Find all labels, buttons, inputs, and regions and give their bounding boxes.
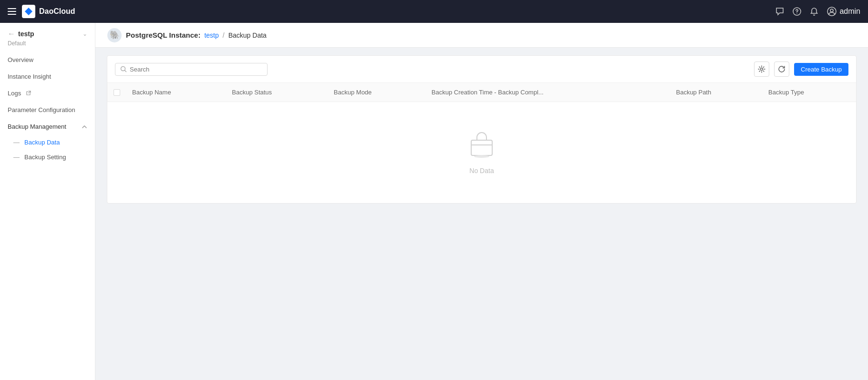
col-backup-name: Backup Name (126, 83, 226, 102)
user-menu[interactable]: admin (827, 7, 860, 16)
external-link-icon (26, 91, 31, 96)
sidebar-nav: Overview Instance Insight Logs Parameter… (0, 51, 95, 380)
col-backup-mode: Backup Mode (328, 83, 426, 102)
breadcrumb-instance-link[interactable]: testp (204, 31, 218, 39)
sidebar-backup-management-group[interactable]: Backup Management (0, 118, 95, 135)
sidebar-item-param-config[interactable]: Parameter Configuration (0, 102, 95, 118)
sidebar-item-backup-data-label: Backup Data (24, 139, 60, 146)
backup-group-label: Backup Management (8, 123, 66, 130)
sidebar-item-insight-label: Instance Insight (8, 73, 51, 80)
backup-data-card: Create Backup (107, 55, 857, 204)
brand-logo: DaoCloud (22, 5, 75, 18)
create-backup-button[interactable]: Create Backup (794, 63, 848, 76)
sidebar-header: ← testp ⌄ (0, 23, 95, 40)
hamburger-icon[interactable] (8, 7, 16, 16)
search-input[interactable] (130, 66, 262, 73)
topnav: DaoCloud ad (0, 0, 868, 23)
sidebar-item-backup-setting[interactable]: — Backup Setting (0, 150, 95, 164)
backup-table: Backup Name Backup Status Backup Mode Ba… (107, 83, 856, 203)
svg-rect-2 (8, 14, 16, 15)
sidebar-instance-sub: Default (0, 40, 95, 51)
no-data-container: No Data (107, 102, 856, 203)
sidebar: ← testp ⌄ Default Overview Instance Insi… (0, 23, 95, 380)
breadcrumb: 🐘 PostgreSQL Instance: testp / Backup Da… (95, 23, 868, 48)
sidebar-item-logs[interactable]: Logs (0, 85, 95, 102)
sidebar-item-backup-setting-label: Backup Setting (24, 154, 66, 161)
breadcrumb-service-label: PostgreSQL Instance: (126, 31, 200, 39)
select-all-checkbox[interactable] (114, 89, 120, 96)
toolbar: Create Backup (107, 56, 856, 83)
col-time-range: Backup Creation Time - Backup Compl... (426, 83, 671, 102)
breadcrumb-current-page: Backup Data (228, 31, 267, 39)
chat-icon[interactable] (775, 7, 784, 16)
search-box[interactable] (115, 63, 268, 76)
col-backup-type: Backup Type (763, 83, 856, 102)
svg-rect-1 (8, 11, 16, 12)
postgresql-icon: 🐘 (107, 28, 122, 43)
svg-point-7 (830, 9, 833, 12)
dash-icon: — (13, 139, 20, 146)
sidebar-item-overview-label: Overview (8, 56, 33, 63)
settings-icon-button[interactable] (754, 62, 769, 77)
svg-rect-12 (471, 140, 492, 155)
sidebar-item-instance-insight[interactable]: Instance Insight (0, 68, 95, 85)
brand-name: DaoCloud (39, 7, 75, 16)
svg-point-5 (797, 13, 798, 14)
toolbar-actions: Create Backup (754, 62, 848, 77)
main-content: 🐘 PostgreSQL Instance: testp / Backup Da… (95, 23, 868, 380)
col-backup-path: Backup Path (670, 83, 763, 102)
breadcrumb-separator: / (223, 31, 225, 39)
content-area: Create Backup (95, 48, 868, 380)
sidebar-item-backup-data[interactable]: — Backup Data (0, 135, 95, 150)
help-icon[interactable] (793, 7, 801, 16)
svg-rect-0 (8, 8, 16, 9)
svg-text:🐘: 🐘 (110, 30, 120, 40)
search-icon (120, 66, 127, 72)
sidebar-collapse-icon[interactable]: ⌄ (83, 31, 87, 37)
col-backup-status: Backup Status (226, 83, 328, 102)
sidebar-item-logs-label: Logs (8, 90, 21, 97)
svg-point-11 (761, 68, 763, 71)
chevron-up-icon (82, 124, 87, 130)
sidebar-item-overview[interactable]: Overview (0, 51, 95, 68)
refresh-icon-button[interactable] (774, 62, 789, 77)
no-data-icon (466, 131, 497, 161)
sidebar-instance-name[interactable]: testp (18, 30, 34, 38)
sidebar-item-param-label: Parameter Configuration (8, 106, 75, 113)
bell-icon[interactable] (810, 7, 818, 16)
dash-icon-2: — (13, 154, 20, 161)
admin-label: admin (839, 7, 860, 16)
no-data-text: No Data (469, 167, 494, 175)
svg-point-13 (474, 155, 489, 158)
